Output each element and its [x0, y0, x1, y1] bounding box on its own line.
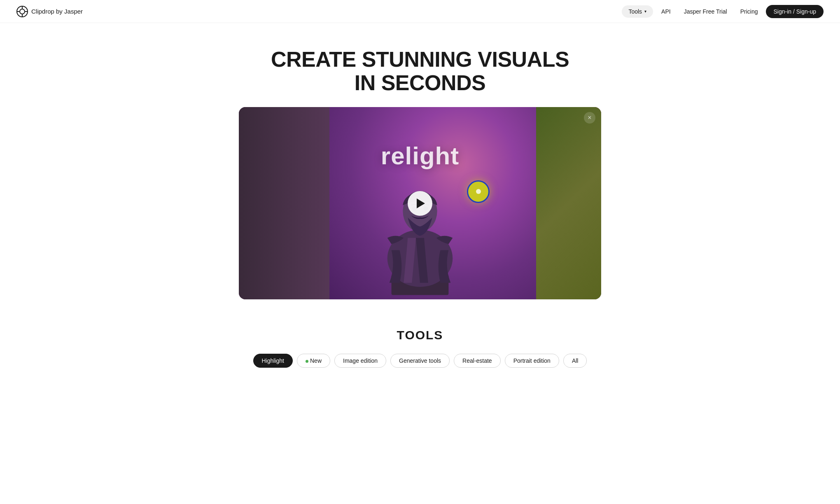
filter-tab-generative-tools[interactable]: Generative tools [390, 354, 450, 368]
filter-tab-highlight[interactable]: Highlight [253, 354, 293, 368]
tools-section-title: TOOLS [8, 328, 832, 342]
filter-tab-label: Generative tools [399, 357, 441, 364]
filter-tab-image-edition[interactable]: Image edition [334, 354, 386, 368]
video-container: relight [239, 107, 601, 299]
play-button[interactable] [408, 191, 432, 216]
api-link[interactable]: API [656, 5, 676, 18]
play-icon [417, 198, 425, 208]
video-wrapper: relight [231, 107, 609, 299]
hero-title: CREATE STUNNING VISUALS IN SECONDS [8, 48, 832, 95]
new-dot-icon [306, 360, 308, 363]
filter-tab-real-estate[interactable]: Real-estate [454, 354, 501, 368]
filter-tabs: HighlightNewImage editionGenerative tool… [8, 354, 832, 368]
svg-point-1 [20, 9, 25, 14]
trial-link[interactable]: Jasper Free Trial [679, 5, 732, 18]
light-indicator-inner [476, 189, 481, 194]
video-bg-right [536, 107, 601, 299]
logo[interactable]: Clipdrop by Jasper [16, 6, 83, 17]
chevron-down-icon: ▾ [644, 9, 646, 14]
navbar: Clipdrop by Jasper Tools ▾ API Jasper Fr… [0, 0, 840, 23]
statue-image [338, 136, 502, 299]
logo-text: Clipdrop by Jasper [31, 8, 83, 15]
filter-tab-label: New [310, 357, 322, 364]
filter-tab-label: Portrait edition [513, 357, 551, 364]
filter-tab-label: Highlight [262, 357, 284, 364]
filter-tab-label: Real-estate [462, 357, 492, 364]
signup-button[interactable]: Sign-in / Sign-up [766, 5, 824, 18]
nav-links: Tools ▾ API Jasper Free Trial Pricing Si… [622, 5, 824, 18]
pricing-link[interactable]: Pricing [735, 5, 763, 18]
statue-svg [338, 136, 502, 299]
video-inner: relight [239, 107, 601, 299]
filter-tab-label: Image edition [343, 357, 378, 364]
filter-tab-new[interactable]: New [297, 354, 330, 368]
filter-tab-all[interactable]: All [563, 354, 587, 368]
tools-section: TOOLS HighlightNewImage editionGenerativ… [0, 320, 840, 384]
logo-icon [16, 6, 28, 17]
hero-section: CREATE STUNNING VISUALS IN SECONDS [0, 23, 840, 107]
filter-tab-label: All [572, 357, 579, 364]
tools-dropdown-button[interactable]: Tools ▾ [622, 5, 653, 18]
close-icon: × [588, 114, 591, 121]
light-indicator[interactable] [467, 180, 490, 203]
filter-tab-portrait-edition[interactable]: Portrait edition [505, 354, 559, 368]
